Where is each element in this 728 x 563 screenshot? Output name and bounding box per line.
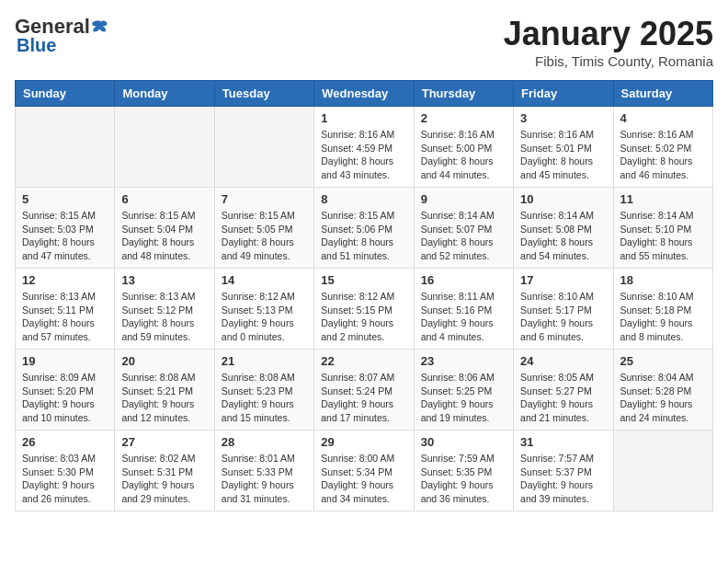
weekday-header-thursday: Thursday — [414, 81, 513, 107]
day-number: 19 — [22, 354, 108, 368]
day-number: 7 — [222, 192, 307, 206]
day-number: 17 — [520, 273, 606, 287]
weekday-header-row: SundayMondayTuesdayWednesdayThursdayFrid… — [16, 81, 713, 107]
title-block: January 2025 Fibis, Timis County, Romani… — [504, 15, 713, 69]
logo: General Blue — [15, 15, 108, 56]
weekday-header-monday: Monday — [115, 81, 214, 107]
day-number: 9 — [421, 192, 506, 206]
day-number: 2 — [421, 111, 506, 125]
day-info: Sunrise: 8:16 AM Sunset: 5:00 PM Dayligh… — [421, 128, 506, 182]
weekday-header-friday: Friday — [514, 81, 613, 107]
calendar-cell: 28Sunrise: 8:01 AM Sunset: 5:33 PM Dayli… — [214, 431, 313, 511]
day-info: Sunrise: 8:11 AM Sunset: 5:16 PM Dayligh… — [421, 290, 506, 344]
weekday-header-sunday: Sunday — [16, 81, 115, 107]
day-info: Sunrise: 7:59 AM Sunset: 5:35 PM Dayligh… — [421, 452, 506, 506]
day-info: Sunrise: 8:14 AM Sunset: 5:07 PM Dayligh… — [421, 209, 506, 263]
weekday-header-saturday: Saturday — [613, 81, 712, 107]
day-number: 28 — [222, 435, 307, 449]
day-info: Sunrise: 8:14 AM Sunset: 5:08 PM Dayligh… — [520, 209, 606, 263]
calendar-cell: 24Sunrise: 8:05 AM Sunset: 5:27 PM Dayli… — [514, 350, 613, 431]
logo-blue-text: Blue — [17, 35, 56, 56]
calendar-cell: 11Sunrise: 8:14 AM Sunset: 5:10 PM Dayli… — [613, 188, 712, 269]
day-number: 11 — [620, 192, 706, 206]
day-info: Sunrise: 8:10 AM Sunset: 5:18 PM Dayligh… — [620, 290, 706, 344]
page-header: General Blue January 2025 Fibis, Timis C… — [15, 15, 713, 69]
day-info: Sunrise: 8:00 AM Sunset: 5:34 PM Dayligh… — [321, 452, 406, 506]
calendar-cell: 4Sunrise: 8:16 AM Sunset: 5:02 PM Daylig… — [613, 107, 712, 188]
calendar-cell: 1Sunrise: 8:16 AM Sunset: 4:59 PM Daylig… — [314, 107, 414, 188]
calendar-body: 1Sunrise: 8:16 AM Sunset: 4:59 PM Daylig… — [16, 107, 713, 511]
calendar-cell — [115, 107, 214, 188]
calendar-cell: 21Sunrise: 8:08 AM Sunset: 5:23 PM Dayli… — [214, 350, 313, 431]
day-number: 26 — [22, 435, 108, 449]
calendar-header: SundayMondayTuesdayWednesdayThursdayFrid… — [16, 81, 713, 107]
day-number: 16 — [421, 273, 506, 287]
month-title: January 2025 — [504, 15, 713, 53]
calendar-cell: 6Sunrise: 8:15 AM Sunset: 5:04 PM Daylig… — [115, 188, 214, 269]
day-info: Sunrise: 8:06 AM Sunset: 5:25 PM Dayligh… — [421, 371, 506, 425]
day-number: 6 — [121, 192, 207, 206]
day-number: 8 — [321, 192, 406, 206]
calendar-week-4: 19Sunrise: 8:09 AM Sunset: 5:20 PM Dayli… — [16, 350, 713, 431]
calendar-cell: 20Sunrise: 8:08 AM Sunset: 5:21 PM Dayli… — [115, 350, 214, 431]
day-number: 5 — [22, 192, 108, 206]
calendar-table: SundayMondayTuesdayWednesdayThursdayFrid… — [15, 80, 713, 511]
day-number: 29 — [321, 435, 406, 449]
day-info: Sunrise: 8:15 AM Sunset: 5:03 PM Dayligh… — [22, 209, 108, 263]
day-info: Sunrise: 8:13 AM Sunset: 5:12 PM Dayligh… — [121, 290, 207, 344]
day-info: Sunrise: 8:09 AM Sunset: 5:20 PM Dayligh… — [22, 371, 108, 425]
day-info: Sunrise: 8:16 AM Sunset: 5:01 PM Dayligh… — [520, 128, 606, 182]
calendar-cell: 7Sunrise: 8:15 AM Sunset: 5:05 PM Daylig… — [214, 188, 313, 269]
weekday-header-wednesday: Wednesday — [314, 81, 414, 107]
day-number: 15 — [321, 273, 406, 287]
day-number: 13 — [121, 273, 207, 287]
calendar-cell: 14Sunrise: 8:12 AM Sunset: 5:13 PM Dayli… — [214, 269, 313, 350]
calendar-cell: 9Sunrise: 8:14 AM Sunset: 5:07 PM Daylig… — [414, 188, 513, 269]
calendar-cell — [214, 107, 313, 188]
day-number: 12 — [22, 273, 108, 287]
day-number: 10 — [520, 192, 606, 206]
day-number: 22 — [321, 354, 406, 368]
day-number: 3 — [520, 111, 606, 125]
calendar-cell: 12Sunrise: 8:13 AM Sunset: 5:11 PM Dayli… — [16, 269, 115, 350]
calendar-week-2: 5Sunrise: 8:15 AM Sunset: 5:03 PM Daylig… — [16, 188, 713, 269]
calendar-week-3: 12Sunrise: 8:13 AM Sunset: 5:11 PM Dayli… — [16, 269, 713, 350]
calendar-cell — [613, 431, 712, 511]
day-number: 23 — [421, 354, 506, 368]
day-info: Sunrise: 8:16 AM Sunset: 4:59 PM Dayligh… — [321, 128, 406, 182]
day-number: 14 — [222, 273, 307, 287]
day-info: Sunrise: 8:05 AM Sunset: 5:27 PM Dayligh… — [520, 371, 606, 425]
day-number: 18 — [620, 273, 706, 287]
day-info: Sunrise: 8:04 AM Sunset: 5:28 PM Dayligh… — [620, 371, 706, 425]
calendar-cell: 3Sunrise: 8:16 AM Sunset: 5:01 PM Daylig… — [514, 107, 613, 188]
calendar-cell: 25Sunrise: 8:04 AM Sunset: 5:28 PM Dayli… — [613, 350, 712, 431]
day-info: Sunrise: 8:13 AM Sunset: 5:11 PM Dayligh… — [22, 290, 108, 344]
day-info: Sunrise: 8:02 AM Sunset: 5:31 PM Dayligh… — [121, 452, 207, 506]
day-info: Sunrise: 7:57 AM Sunset: 5:37 PM Dayligh… — [520, 452, 606, 506]
day-number: 20 — [121, 354, 207, 368]
calendar-cell: 30Sunrise: 7:59 AM Sunset: 5:35 PM Dayli… — [414, 431, 513, 511]
day-info: Sunrise: 8:01 AM Sunset: 5:33 PM Dayligh… — [222, 452, 307, 506]
location-subtitle: Fibis, Timis County, Romania — [504, 53, 713, 69]
day-info: Sunrise: 8:12 AM Sunset: 5:15 PM Dayligh… — [321, 290, 406, 344]
day-info: Sunrise: 8:07 AM Sunset: 5:24 PM Dayligh… — [321, 371, 406, 425]
day-info: Sunrise: 8:10 AM Sunset: 5:17 PM Dayligh… — [520, 290, 606, 344]
calendar-week-5: 26Sunrise: 8:03 AM Sunset: 5:30 PM Dayli… — [16, 431, 713, 511]
calendar-cell: 10Sunrise: 8:14 AM Sunset: 5:08 PM Dayli… — [514, 188, 613, 269]
day-number: 4 — [620, 111, 706, 125]
calendar-cell: 23Sunrise: 8:06 AM Sunset: 5:25 PM Dayli… — [414, 350, 513, 431]
calendar-cell: 18Sunrise: 8:10 AM Sunset: 5:18 PM Dayli… — [613, 269, 712, 350]
calendar-cell: 5Sunrise: 8:15 AM Sunset: 5:03 PM Daylig… — [16, 188, 115, 269]
calendar-cell — [16, 107, 115, 188]
day-number: 24 — [520, 354, 606, 368]
calendar-cell: 8Sunrise: 8:15 AM Sunset: 5:06 PM Daylig… — [314, 188, 414, 269]
calendar-cell: 31Sunrise: 7:57 AM Sunset: 5:37 PM Dayli… — [514, 431, 613, 511]
day-info: Sunrise: 8:12 AM Sunset: 5:13 PM Dayligh… — [222, 290, 307, 344]
calendar-cell: 29Sunrise: 8:00 AM Sunset: 5:34 PM Dayli… — [314, 431, 414, 511]
day-info: Sunrise: 8:15 AM Sunset: 5:06 PM Dayligh… — [321, 209, 406, 263]
day-number: 25 — [620, 354, 706, 368]
day-info: Sunrise: 8:16 AM Sunset: 5:02 PM Dayligh… — [620, 128, 706, 182]
day-number: 31 — [520, 435, 606, 449]
logo-bird-icon — [92, 18, 108, 35]
day-number: 27 — [121, 435, 207, 449]
